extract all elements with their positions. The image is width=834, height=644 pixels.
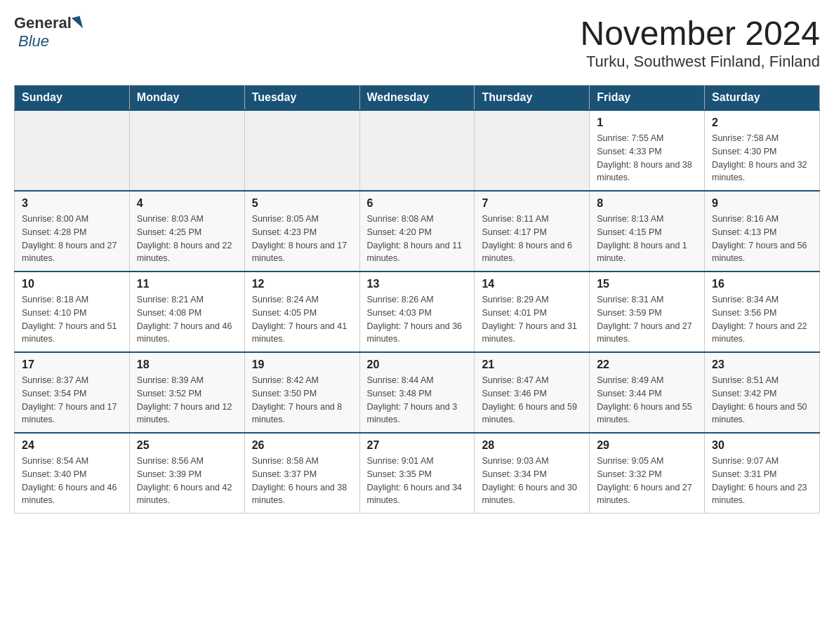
weekday-header-friday: Friday [590,86,705,111]
calendar-day-cell: 12Sunrise: 8:24 AMSunset: 4:05 PMDayligh… [244,271,359,352]
day-number: 21 [482,358,582,371]
calendar-day-cell: 3Sunrise: 8:00 AMSunset: 4:28 PMDaylight… [15,191,130,271]
calendar-day-cell: 20Sunrise: 8:44 AMSunset: 3:48 PMDayligh… [359,352,475,433]
day-info: Sunrise: 9:01 AMSunset: 3:35 PMDaylight:… [367,455,468,507]
day-number: 10 [22,278,122,290]
calendar-day-cell: 19Sunrise: 8:42 AMSunset: 3:50 PMDayligh… [244,352,359,433]
day-info: Sunrise: 8:18 AMSunset: 4:10 PMDaylight:… [22,293,122,346]
page-title: November 2024 [580,14,820,53]
calendar-day-cell: 16Sunrise: 8:34 AMSunset: 3:56 PMDayligh… [705,271,820,352]
calendar-day-cell: 2Sunrise: 7:58 AMSunset: 4:30 PMDaylight… [705,110,820,191]
weekday-header-sunday: Sunday [15,86,130,111]
calendar-day-cell [475,110,590,191]
day-number: 2 [712,116,812,129]
day-number: 26 [252,439,352,452]
calendar-table: SundayMondayTuesdayWednesdayThursdayFrid… [14,85,820,514]
calendar-week-row: 10Sunrise: 8:18 AMSunset: 4:10 PMDayligh… [15,271,820,352]
calendar-day-cell: 14Sunrise: 8:29 AMSunset: 4:01 PMDayligh… [475,271,590,352]
day-info: Sunrise: 8:08 AMSunset: 4:20 PMDaylight:… [367,213,468,265]
day-info: Sunrise: 8:03 AMSunset: 4:25 PMDaylight:… [137,213,237,265]
weekday-header-wednesday: Wednesday [359,86,475,111]
day-info: Sunrise: 8:26 AMSunset: 4:03 PMDaylight:… [367,293,468,346]
calendar-day-cell [15,110,130,191]
day-number: 4 [137,197,237,210]
day-info: Sunrise: 7:58 AMSunset: 4:30 PMDaylight:… [712,132,812,185]
page-subtitle: Turku, Southwest Finland, Finland [580,53,820,71]
day-info: Sunrise: 8:34 AMSunset: 3:56 PMDaylight:… [712,293,812,346]
day-number: 16 [712,278,812,290]
day-number: 23 [712,358,812,371]
weekday-header-tuesday: Tuesday [244,86,359,111]
day-info: Sunrise: 8:13 AMSunset: 4:15 PMDaylight:… [597,213,697,265]
calendar-day-cell: 4Sunrise: 8:03 AMSunset: 4:25 PMDaylight… [129,191,244,271]
day-info: Sunrise: 8:58 AMSunset: 3:37 PMDaylight:… [252,455,352,507]
day-number: 17 [22,358,122,371]
day-info: Sunrise: 8:54 AMSunset: 3:40 PMDaylight:… [22,455,122,507]
weekday-header-monday: Monday [129,86,244,111]
calendar-day-cell: 23Sunrise: 8:51 AMSunset: 3:42 PMDayligh… [705,352,820,433]
day-number: 3 [22,197,122,210]
calendar-day-cell: 24Sunrise: 8:54 AMSunset: 3:40 PMDayligh… [15,433,130,514]
day-number: 27 [367,439,468,452]
weekday-header-saturday: Saturday [705,86,820,111]
day-info: Sunrise: 8:42 AMSunset: 3:50 PMDaylight:… [252,374,352,427]
calendar-header-row: SundayMondayTuesdayWednesdayThursdayFrid… [15,86,820,111]
day-number: 22 [597,358,697,371]
day-info: Sunrise: 8:47 AMSunset: 3:46 PMDaylight:… [482,374,582,427]
day-number: 30 [712,439,812,452]
day-number: 18 [137,358,237,371]
day-info: Sunrise: 9:05 AMSunset: 3:32 PMDaylight:… [597,455,697,507]
day-info: Sunrise: 8:51 AMSunset: 3:42 PMDaylight:… [712,374,812,427]
calendar-day-cell: 8Sunrise: 8:13 AMSunset: 4:15 PMDaylight… [590,191,705,271]
calendar-day-cell: 7Sunrise: 8:11 AMSunset: 4:17 PMDaylight… [475,191,590,271]
day-number: 24 [22,439,122,452]
calendar-day-cell: 17Sunrise: 8:37 AMSunset: 3:54 PMDayligh… [15,352,130,433]
logo: General Blue [14,14,83,51]
day-info: Sunrise: 8:11 AMSunset: 4:17 PMDaylight:… [482,213,582,265]
day-number: 5 [252,197,352,210]
page-header: General Blue November 2024 Turku, Southw… [14,14,820,71]
calendar-week-row: 3Sunrise: 8:00 AMSunset: 4:28 PMDaylight… [15,191,820,271]
day-info: Sunrise: 8:49 AMSunset: 3:44 PMDaylight:… [597,374,697,427]
day-number: 8 [597,197,697,210]
calendar-week-row: 1Sunrise: 7:55 AMSunset: 4:33 PMDaylight… [15,110,820,191]
day-info: Sunrise: 7:55 AMSunset: 4:33 PMDaylight:… [597,132,697,185]
day-info: Sunrise: 8:29 AMSunset: 4:01 PMDaylight:… [482,293,582,346]
calendar-day-cell [359,110,475,191]
calendar-day-cell: 5Sunrise: 8:05 AMSunset: 4:23 PMDaylight… [244,191,359,271]
calendar-day-cell [244,110,359,191]
weekday-header-thursday: Thursday [475,86,590,111]
day-number: 28 [482,439,582,452]
day-info: Sunrise: 9:03 AMSunset: 3:34 PMDaylight:… [482,455,582,507]
calendar-day-cell: 11Sunrise: 8:21 AMSunset: 4:08 PMDayligh… [129,271,244,352]
day-info: Sunrise: 8:21 AMSunset: 4:08 PMDaylight:… [137,293,237,346]
day-number: 11 [137,278,237,290]
day-info: Sunrise: 8:31 AMSunset: 3:59 PMDaylight:… [597,293,697,346]
calendar-day-cell: 29Sunrise: 9:05 AMSunset: 3:32 PMDayligh… [590,433,705,514]
day-number: 1 [597,116,697,129]
calendar-day-cell: 21Sunrise: 8:47 AMSunset: 3:46 PMDayligh… [475,352,590,433]
day-number: 7 [482,197,582,210]
day-number: 14 [482,278,582,290]
logo-blue-text: Blue [18,32,49,50]
calendar-day-cell: 13Sunrise: 8:26 AMSunset: 4:03 PMDayligh… [359,271,475,352]
calendar-day-cell: 25Sunrise: 8:56 AMSunset: 3:39 PMDayligh… [129,433,244,514]
calendar-day-cell: 22Sunrise: 8:49 AMSunset: 3:44 PMDayligh… [590,352,705,433]
logo-general-text: General [14,14,72,32]
day-info: Sunrise: 8:16 AMSunset: 4:13 PMDaylight:… [712,213,812,265]
day-number: 9 [712,197,812,210]
calendar-week-row: 17Sunrise: 8:37 AMSunset: 3:54 PMDayligh… [15,352,820,433]
day-info: Sunrise: 8:37 AMSunset: 3:54 PMDaylight:… [22,374,122,427]
day-info: Sunrise: 8:44 AMSunset: 3:48 PMDaylight:… [367,374,468,427]
calendar-day-cell: 1Sunrise: 7:55 AMSunset: 4:33 PMDaylight… [590,110,705,191]
title-block: November 2024 Turku, Southwest Finland, … [580,14,820,71]
calendar-day-cell: 15Sunrise: 8:31 AMSunset: 3:59 PMDayligh… [590,271,705,352]
day-info: Sunrise: 9:07 AMSunset: 3:31 PMDaylight:… [712,455,812,507]
day-number: 13 [367,278,468,290]
calendar-week-row: 24Sunrise: 8:54 AMSunset: 3:40 PMDayligh… [15,433,820,514]
day-number: 19 [252,358,352,371]
day-number: 12 [252,278,352,290]
day-number: 20 [367,358,468,371]
day-info: Sunrise: 8:39 AMSunset: 3:52 PMDaylight:… [137,374,237,427]
calendar-day-cell: 26Sunrise: 8:58 AMSunset: 3:37 PMDayligh… [244,433,359,514]
